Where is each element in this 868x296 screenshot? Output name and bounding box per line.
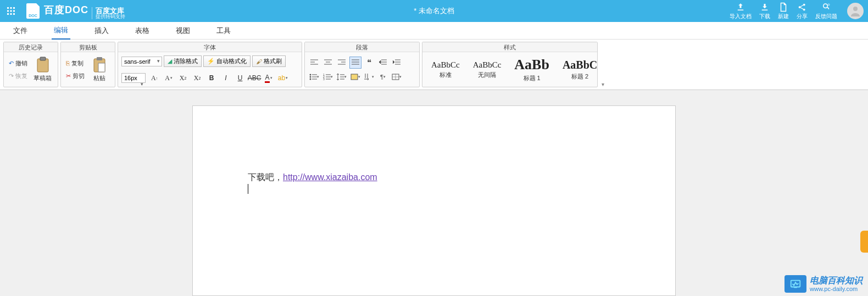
ribbon-expand-button[interactable]: ▾ [599,40,607,90]
document-page[interactable]: 下载吧，http://www.xiazaiba.com [192,105,676,296]
doc-file-icon [26,3,40,19]
download-button[interactable]: 下载 [756,1,774,21]
clear-format-button[interactable]: ◢清除格式 [164,55,202,67]
superscript-button[interactable]: X2 [192,72,203,83]
new-file-icon [778,2,788,12]
auto-format-button[interactable]: ⚡自动格式化 [203,55,251,67]
svg-point-21 [310,76,311,77]
group-title-font: 字体 [118,42,302,52]
align-center-button[interactable] [322,57,334,69]
style-item-2[interactable]: AaBb标题 1 [509,55,555,83]
number-list-button[interactable]: 123▾ [322,71,334,83]
watermark-cn: 电脑百科知识 [810,276,863,286]
menu-edit[interactable]: 编辑 [52,22,70,40]
svg-rect-2 [13,7,15,9]
group-title-history: 历史记录 [4,42,58,52]
menu-table[interactable]: 表格 [133,23,152,39]
align-right-button[interactable] [336,57,348,69]
shading-button[interactable]: ▾ [349,71,361,83]
line-spacing-button[interactable]: ▾ [336,71,348,83]
svg-rect-6 [7,13,9,15]
style-preview: AaBbCc [473,60,502,70]
style-item-0[interactable]: AaBbCc标准 [426,59,465,80]
underline-button[interactable]: U [235,72,246,83]
document-content[interactable]: 下载吧，http://www.xiazaiba.com [248,172,620,194]
highlight-button[interactable]: ab [277,72,288,83]
font-color-button[interactable]: A [263,72,274,83]
svg-rect-19 [98,63,105,72]
borders-button[interactable]: ▾ [391,71,403,83]
quote-button[interactable]: ❝ [363,57,375,69]
menu-view[interactable]: 视图 [174,23,192,39]
paste-button[interactable]: 粘贴 [88,55,110,83]
group-title-styles: 样式 [422,42,597,52]
strikethrough-button[interactable]: ABC [249,72,260,83]
feedback-button[interactable]: 反馈问题 [812,1,841,21]
ribbon-group-history: 历史记录 ↶撤销 ↷恢复 草稿箱 [3,42,58,87]
group-title-clipboard: 剪贴板 [61,42,115,52]
new-button[interactable]: 新建 [775,1,792,21]
svg-rect-3 [7,10,9,12]
format-painter-button[interactable]: 🖌格式刷 [252,55,286,67]
font-size-select[interactable]: 16px [121,73,146,83]
indent-increase-button[interactable] [391,57,403,69]
subscript-button[interactable]: X2 [177,72,188,83]
svg-point-13 [828,4,830,5]
svg-point-22 [310,78,311,80]
paragraph-mark-button[interactable]: ¶▾ [377,71,389,83]
menu-tools[interactable]: 工具 [214,23,233,39]
style-preview: AaBbCc [431,60,460,70]
bold-button[interactable]: B [206,72,217,83]
align-justify-button[interactable] [349,57,361,69]
ribbon-group-clipboard: 剪贴板 ⎘复制 ✂剪切 粘贴 [60,42,115,87]
right-side-tab[interactable] [860,231,868,253]
share-button[interactable]: 分享 [793,1,811,21]
svg-rect-15 [37,59,48,72]
svg-rect-16 [40,57,46,60]
svg-point-14 [853,7,858,11]
brand: 百度DOC 百度文库 提供转码支持 [44,3,125,19]
italic-button[interactable]: I [220,72,231,83]
svg-rect-26 [351,74,358,80]
top-header: 百度DOC 百度文库 提供转码支持 * 未命名文档 导入文档 下载 新建 分享 … [0,0,868,22]
style-preview: AaBb [514,57,549,73]
style-preview: AaBbC [563,59,597,71]
apps-grid-button[interactable] [0,0,22,22]
clipboard-icon [34,57,52,73]
undo-button[interactable]: ↶撤销 [7,58,29,69]
text-direction-button[interactable]: ▾ [363,71,375,83]
svg-rect-5 [13,10,15,12]
svg-point-10 [803,3,805,5]
svg-point-9 [799,6,801,8]
svg-rect-29 [794,287,797,288]
font-family-select[interactable]: sans-serif [121,57,162,66]
style-item-3[interactable]: AaBbC标题 2 [557,58,603,82]
svg-point-11 [803,8,805,10]
drafts-button[interactable]: 草稿箱 [31,55,54,83]
document-title[interactable]: * 未命名文档 [414,6,454,16]
shrink-font-button[interactable]: A [163,72,174,83]
download-icon [760,2,770,12]
grow-font-button[interactable]: A↑ [149,72,160,83]
document-area: 下载吧，http://www.xiazaiba.com [0,90,868,296]
import-button[interactable]: 导入文档 [726,1,755,21]
align-left-button[interactable] [308,57,320,69]
redo-button[interactable]: ↷恢复 [7,71,29,81]
menu-file[interactable]: 文件 [11,23,30,39]
copy-button[interactable]: ⎘复制 [64,58,86,69]
user-avatar[interactable] [847,3,864,19]
brand-sub-top: 百度文库 [96,7,125,14]
grid-icon [7,7,15,15]
text-cursor [248,184,248,194]
watermark: 电脑百科知识 www.pc-daily.com [784,275,863,293]
cut-button[interactable]: ✂剪切 [64,71,86,81]
svg-rect-0 [7,7,9,9]
menu-insert[interactable]: 插入 [92,23,111,39]
watermark-en: www.pc-daily.com [810,286,863,292]
document-link[interactable]: http://www.xiazaiba.com [283,172,377,182]
svg-point-20 [310,74,311,75]
bullet-list-button[interactable]: ▾ [308,71,320,83]
ribbon-group-font: 字体 sans-serif ◢清除格式 ⚡自动格式化 🖌格式刷 16px A↑ … [118,42,302,87]
indent-decrease-button[interactable] [377,57,389,69]
style-item-1[interactable]: AaBbCc无间隔 [468,59,507,80]
